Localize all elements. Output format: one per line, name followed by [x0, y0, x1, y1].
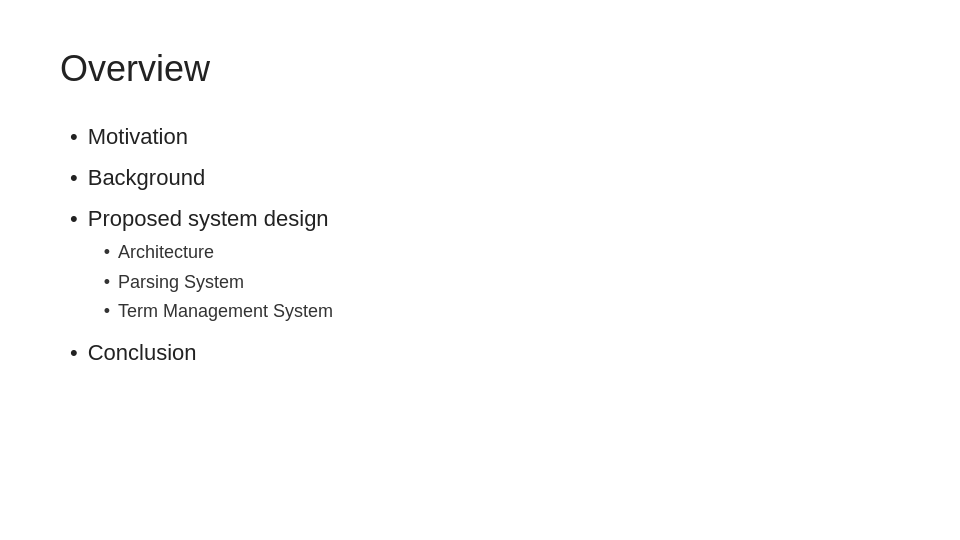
list-item-proposed: • Proposed system design • Architecture …	[70, 204, 900, 328]
list-item-conclusion: • Conclusion	[70, 338, 900, 369]
bullet-motivation: •	[70, 122, 78, 153]
list-item-motivation: • Motivation	[70, 122, 900, 153]
list-item-term-mgmt: • Term Management System	[104, 299, 333, 324]
bullet-architecture: •	[104, 240, 110, 265]
sub-list: • Architecture • Parsing System • Term M…	[104, 240, 333, 324]
list-item-conclusion-label: Conclusion	[88, 338, 197, 369]
list-item-motivation-label: Motivation	[88, 122, 188, 153]
bullet-background: •	[70, 163, 78, 194]
list-item-architecture-label: Architecture	[118, 240, 214, 265]
list-item-background-label: Background	[88, 163, 205, 194]
list-item-proposed-label: Proposed system design	[88, 206, 329, 231]
list-item-background: • Background	[70, 163, 900, 194]
list-item-architecture: • Architecture	[104, 240, 333, 265]
list-item-term-mgmt-label: Term Management System	[118, 299, 333, 324]
slide-content: • Motivation • Background • Proposed sys…	[60, 122, 900, 369]
list-item-proposed-content: Proposed system design • Architecture • …	[88, 204, 333, 328]
slide: Overview • Motivation • Background • Pro…	[0, 0, 960, 540]
list-item-parsing-label: Parsing System	[118, 270, 244, 295]
slide-title: Overview	[60, 48, 900, 90]
bullet-parsing: •	[104, 270, 110, 295]
bullet-conclusion: •	[70, 338, 78, 369]
list-item-parsing: • Parsing System	[104, 270, 333, 295]
bullet-proposed: •	[70, 204, 78, 235]
bullet-term-mgmt: •	[104, 299, 110, 324]
main-list: • Motivation • Background • Proposed sys…	[70, 122, 900, 369]
